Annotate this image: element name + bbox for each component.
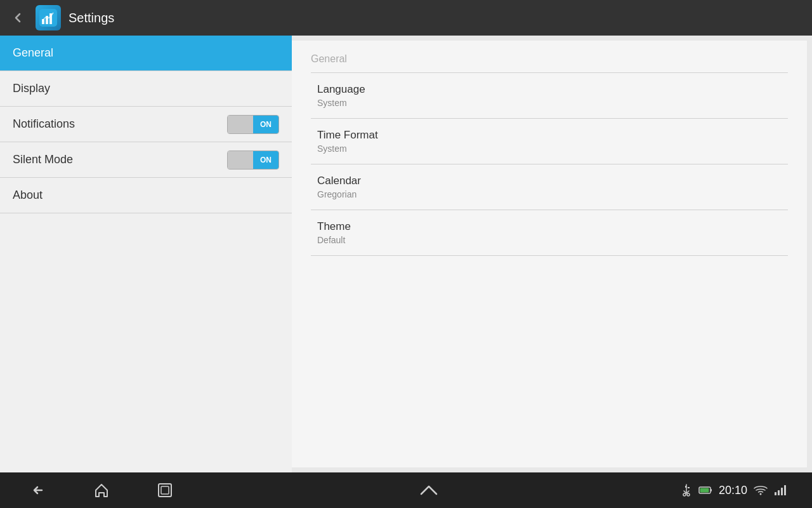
sidebar-item-display[interactable]: Display (0, 71, 292, 107)
setting-row-theme[interactable]: Theme Default (311, 210, 788, 256)
status-time: 20:10 (719, 484, 747, 497)
nav-home-button[interactable] (89, 478, 114, 503)
top-bar: Settings (0, 0, 812, 36)
svg-rect-11 (700, 488, 709, 493)
svg-rect-8 (685, 486, 686, 488)
sidebar-item-general[interactable]: General (0, 36, 292, 71)
setting-row-calendar[interactable]: Calendar Gregorian (311, 164, 788, 210)
svg-point-13 (759, 493, 761, 495)
status-bar: 20:10 (681, 483, 787, 497)
svg-rect-16 (781, 488, 783, 495)
toggle-off-part (228, 115, 253, 134)
signal-icon (774, 485, 787, 496)
svg-rect-9 (688, 487, 690, 488)
setting-value-calendar: Gregorian (317, 189, 782, 199)
setting-label-language: Language (317, 83, 782, 96)
back-button[interactable] (8, 8, 28, 28)
panel-section-title: General (311, 53, 788, 65)
nav-recents-icon (156, 481, 174, 499)
chevron-up-icon (419, 484, 439, 497)
sidebar-item-notifications[interactable]: Notifications ON (0, 107, 292, 142)
svg-point-6 (683, 493, 686, 496)
svg-rect-17 (784, 485, 786, 495)
setting-label-time-format: Time Format (317, 129, 782, 142)
svg-rect-14 (775, 492, 776, 495)
toggle-on-label: ON (253, 115, 278, 134)
app-icon (36, 5, 61, 30)
main-content: General Display Notifications ON Silent … (0, 36, 812, 472)
right-panel: General Language System Time Format Syst… (292, 41, 807, 467)
battery-icon (698, 485, 712, 495)
nav-back-icon (29, 481, 47, 499)
notifications-toggle[interactable]: ON (227, 115, 279, 134)
svg-rect-15 (778, 490, 780, 495)
nav-home-icon (93, 481, 110, 499)
usb-icon (681, 483, 692, 497)
setting-value-language: System (317, 98, 782, 108)
setting-row-time-format[interactable]: Time Format System (311, 119, 788, 164)
svg-rect-4 (159, 484, 171, 497)
svg-point-7 (687, 493, 690, 496)
page-title: Settings (69, 11, 114, 25)
silent-mode-toggle[interactable]: ON (227, 150, 279, 170)
setting-value-theme: Default (317, 235, 782, 245)
wifi-icon (754, 485, 768, 496)
toggle-on-label: ON (253, 150, 278, 170)
setting-value-time-format: System (317, 144, 782, 154)
nav-recents-button[interactable] (152, 478, 178, 503)
svg-rect-5 (161, 486, 169, 494)
toggle-off-part (228, 150, 253, 170)
app-logo-icon (39, 9, 57, 27)
setting-label-theme: Theme (317, 220, 782, 233)
sidebar: General Display Notifications ON Silent … (0, 36, 292, 472)
bottom-center-chevron (419, 484, 439, 497)
sidebar-item-silent-mode[interactable]: Silent Mode ON (0, 142, 292, 178)
setting-row-language[interactable]: Language System (311, 73, 788, 119)
back-icon (11, 11, 24, 24)
bottom-nav (25, 478, 178, 503)
nav-back-button[interactable] (25, 478, 51, 503)
bottom-bar: 20:10 (0, 472, 812, 508)
sidebar-item-about[interactable]: About (0, 178, 292, 213)
setting-label-calendar: Calendar (317, 175, 782, 187)
svg-rect-12 (710, 489, 712, 491)
